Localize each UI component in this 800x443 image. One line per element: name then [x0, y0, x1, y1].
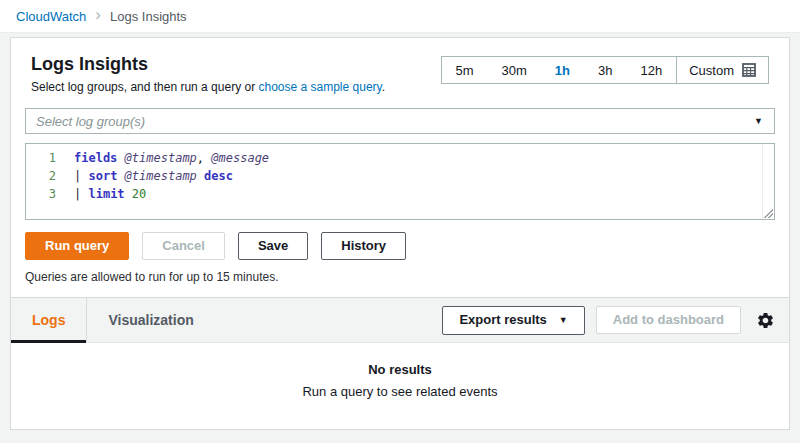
query-code: | limit 20: [74, 185, 146, 203]
history-button[interactable]: History: [321, 232, 406, 260]
breadcrumb: CloudWatch › Logs Insights: [0, 0, 800, 33]
editor-scrollbar-track[interactable]: [762, 144, 763, 219]
query-code: fields @timestamp, @message: [74, 149, 269, 167]
time-option-30m[interactable]: 30m: [488, 57, 541, 83]
subtitle-text: Select log groups, and then run a query …: [31, 80, 258, 94]
log-group-select[interactable]: Select log group(s) ▼: [25, 108, 775, 134]
custom-label: Custom: [689, 63, 734, 78]
cancel-button: Cancel: [142, 232, 225, 260]
calendar-icon: [742, 63, 756, 77]
logs-insights-panel: Logs Insights Select log groups, and the…: [10, 37, 790, 430]
query-actions: Run query Cancel Save History: [25, 232, 775, 260]
query-token-plain: |: [74, 187, 88, 201]
line-number: 3: [26, 185, 56, 203]
query-token-plain: [117, 151, 124, 165]
breadcrumb-chevron-icon: ›: [95, 5, 101, 25]
time-option-12h[interactable]: 12h: [627, 57, 677, 83]
tab-visualization[interactable]: Visualization: [87, 298, 214, 342]
query-line: 2| sort @timestamp desc: [26, 167, 774, 185]
query-token-plain: [125, 187, 132, 201]
gear-icon: [756, 311, 775, 330]
query-token-field: @message: [211, 151, 269, 165]
subtitle-suffix: .: [382, 80, 385, 94]
run-query-button[interactable]: Run query: [25, 232, 129, 260]
query-token-plain: [197, 169, 204, 183]
export-results-button[interactable]: Export results▼: [442, 306, 584, 335]
time-option-5m[interactable]: 5m: [442, 57, 488, 83]
panel-header: Logs Insights Select log groups, and the…: [11, 38, 789, 108]
query-code: | sort @timestamp desc: [74, 167, 233, 185]
line-number: 1: [26, 149, 56, 167]
query-token-plain: |: [74, 169, 88, 183]
breadcrumb-current: Logs Insights: [110, 9, 187, 24]
page-subtitle: Select log groups, and then run a query …: [31, 80, 385, 94]
page-title: Logs Insights: [31, 54, 385, 75]
time-option-custom[interactable]: Custom: [676, 57, 768, 83]
time-range-selector: 5m 30m 1h 3h 12h Custom: [441, 56, 770, 84]
query-editor[interactable]: 1fields @timestamp, @message2| sort @tim…: [25, 143, 775, 220]
time-option-3h[interactable]: 3h: [584, 57, 626, 83]
query-editor-lines: 1fields @timestamp, @message2| sort @tim…: [26, 149, 774, 203]
results-panel: No results Run a query to see related ev…: [11, 343, 789, 429]
results-tabs: Logs Visualization Export results▼ Add t…: [11, 297, 789, 343]
query-line: 3| limit 20: [26, 185, 774, 203]
query-limit-note: Queries are allowed to run for up to 15 …: [25, 270, 775, 284]
no-results-title: No results: [11, 362, 789, 377]
time-option-1h[interactable]: 1h: [541, 57, 584, 83]
query-token-keyword: sort: [88, 169, 117, 183]
query-token-number: 20: [132, 187, 146, 201]
query-token-keyword: limit: [88, 187, 124, 201]
save-button[interactable]: Save: [238, 232, 308, 260]
header-text: Logs Insights Select log groups, and the…: [31, 54, 385, 94]
query-token-field: @timestamp: [125, 169, 197, 183]
sample-query-link[interactable]: choose a sample query: [258, 80, 381, 94]
query-line: 1fields @timestamp, @message: [26, 149, 774, 167]
query-token-plain: ,: [197, 151, 211, 165]
query-token-field: @timestamp: [125, 151, 197, 165]
query-token-keyword: fields: [74, 151, 117, 165]
query-token-keyword: desc: [204, 169, 233, 183]
tab-logs[interactable]: Logs: [11, 298, 86, 342]
query-token-plain: [117, 169, 124, 183]
log-group-placeholder: Select log group(s): [36, 114, 145, 129]
caret-down-icon: ▼: [559, 315, 568, 325]
caret-down-icon: ▼: [754, 116, 763, 126]
settings-gear-button[interactable]: [754, 309, 777, 332]
breadcrumb-link-cloudwatch[interactable]: CloudWatch: [16, 9, 86, 24]
results-actions: Export results▼ Add to dashboard: [442, 306, 789, 335]
add-to-dashboard-button: Add to dashboard: [596, 306, 741, 334]
resize-grip-icon[interactable]: [762, 207, 773, 218]
export-results-label: Export results: [459, 312, 546, 327]
no-results-message: Run a query to see related events: [11, 384, 789, 399]
line-number: 2: [26, 167, 56, 185]
